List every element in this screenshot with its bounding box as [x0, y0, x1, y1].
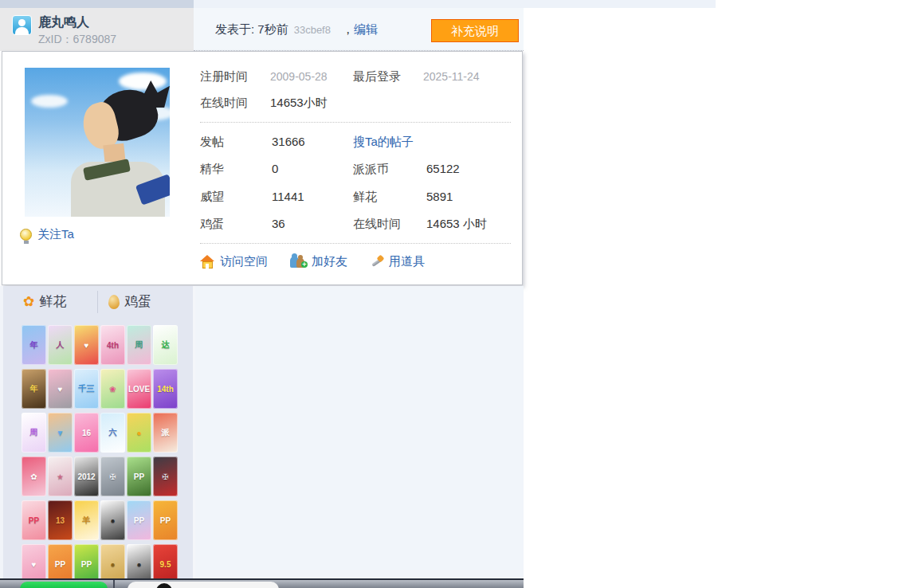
zxid-label: ZxID：6789087 [38, 33, 116, 47]
top-strip-right [194, 0, 716, 8]
badge-pp-4th-girl: 4th [100, 325, 125, 365]
essence-value: 0 [272, 162, 353, 175]
taskbar-green-window-tab[interactable] [20, 582, 108, 588]
reg-time-value: 2009-05-28 [270, 70, 353, 83]
supplement-note-button[interactable]: 补充说明 [431, 19, 519, 42]
username[interactable]: 鹿丸鸣人 [38, 14, 89, 31]
badge-cow-cat: ● [127, 544, 151, 578]
add-friend-icon: + [290, 255, 307, 269]
post-author-header: 鹿丸鸣人 ZxID：6789087 [0, 8, 194, 51]
top-strip-left [0, 0, 194, 8]
badge-anniversary-man: 年 [22, 369, 46, 409]
taskbar-divider [113, 580, 115, 588]
black-circle-icon [156, 583, 172, 588]
online-time-value: 14653小时 [270, 96, 328, 111]
egg-icon [108, 295, 120, 309]
tab-eggs-label: 鸡蛋 [124, 292, 151, 311]
badge-week-rabbit: 周 [22, 413, 46, 453]
stat-row-essence: 精华 0 派派币 65122 [200, 162, 460, 177]
badge-panda-bamboo: PP [127, 457, 151, 496]
posts-label: 发帖 [200, 135, 272, 150]
badge-sun-butterfly: ● [127, 413, 151, 453]
flowers-label: 鲜花 [353, 190, 426, 205]
prestige-value: 11441 [272, 190, 353, 203]
comma-separator: ， [342, 22, 354, 37]
add-friend-label: 加好友 [312, 254, 347, 269]
badge-shiba-pp: PP [48, 544, 73, 578]
follow-row: 关注Ta [20, 227, 74, 242]
badge-green-pp-banner: PP [74, 544, 99, 578]
online-time-row: 在线时间 14653小时 [200, 96, 328, 111]
tool-icon [370, 255, 384, 269]
badge-love-heart: LOVE [127, 369, 151, 409]
tab-divider [97, 291, 98, 313]
page: 鹿丸鸣人 ZxID：6789087 发表于: 7秒前 33cbef8 ， 编辑 … [0, 0, 918, 588]
flower-icon: ✿ [23, 295, 34, 308]
use-item-label: 用道具 [389, 254, 425, 269]
avatar-head-shape [18, 19, 26, 26]
badge-grey-shield: ✠ [100, 457, 125, 496]
badge-14th-purple: 14th [153, 369, 178, 409]
tab-flowers[interactable]: ✿ 鲜花 [23, 292, 66, 311]
post-hash: 33cbef8 [294, 24, 331, 36]
badge-grid: 年人♥4th周达年♥千三❀LOVE14th周▼16六●派✿★2012✠PP✠PP… [22, 325, 181, 578]
stat-row-eggs: 鸡蛋 36 在线时间 14653 小时 [200, 217, 487, 232]
prestige-label: 威望 [200, 190, 272, 205]
use-item-button[interactable]: 用道具 [370, 254, 425, 269]
cloud-shape [119, 73, 167, 90]
taskbar [0, 578, 524, 588]
lightbulb-icon [20, 229, 32, 241]
post-content-area [195, 286, 524, 578]
badge-dog-gift: ♥ [48, 369, 73, 409]
user-profile-card: 关注Ta 注册时间 2009-05-28 最后登录 2025-11-24 在线时… [2, 51, 523, 285]
user-avatar-image[interactable] [25, 68, 170, 217]
avatar-torso-shape [15, 27, 29, 35]
paipai-coin-value: 65122 [426, 162, 460, 175]
last-login-label: 最后登录 [353, 69, 423, 84]
badge-strawberry-pp: PP [22, 500, 46, 540]
badge-rose-ribbon: ✿ [22, 457, 46, 496]
badge-doll-triangle: ▼ [48, 413, 73, 453]
badge-2012-dragon: 2012 [74, 457, 99, 496]
posted-row: 发表于: 7秒前 33cbef8 ， 编辑 [215, 22, 378, 37]
badge-rabbit-da: 达 [153, 325, 178, 365]
essence-label: 精华 [200, 162, 272, 177]
cloud-shape [31, 95, 68, 108]
visit-space-button[interactable]: 访问空间 [200, 254, 268, 269]
profile-actions: 访问空间 + 加好友 用道具 [200, 254, 425, 269]
eggs-value: 36 [272, 217, 353, 230]
tab-eggs[interactable]: 鸡蛋 [108, 292, 151, 311]
badge-cake-slice-six: 六 [100, 413, 125, 453]
tab-flowers-label: 鲜花 [39, 292, 66, 311]
taskbar-light-window-tab[interactable] [128, 582, 279, 588]
last-login-value: 2025-11-24 [423, 70, 480, 83]
online-time-label: 在线时间 [200, 96, 270, 111]
badge-year-snowflake: 年 [22, 325, 46, 365]
add-friend-button[interactable]: + 加好友 [290, 254, 347, 269]
divider [200, 122, 511, 123]
search-ta-posts-link[interactable]: 搜Ta的帖子 [353, 135, 426, 150]
stat-row-posts: 发帖 31666 搜Ta的帖子 [200, 135, 426, 150]
edit-link[interactable]: 编辑 [354, 22, 378, 37]
profile-details: 注册时间 2009-05-28 最后登录 2025-11-24 在线时间 146… [200, 52, 516, 286]
reg-time-label: 注册时间 [200, 69, 270, 84]
visit-space-label: 访问空间 [220, 254, 268, 269]
eggs-label: 鸡蛋 [200, 217, 272, 232]
follow-ta-link[interactable]: 关注Ta [37, 227, 74, 242]
badge-opera-mask: ★ [48, 457, 73, 496]
badge-gold-sheep-cat: 羊 [74, 500, 99, 540]
registration-row: 注册时间 2009-05-28 最后登录 2025-11-24 [200, 69, 480, 84]
flowers-eggs-tab-bar: ✿ 鲜花 鸡蛋 [3, 286, 193, 321]
badge-pink-bunny-sign: ♥ [22, 544, 46, 578]
user-avatar-icon [12, 15, 32, 35]
badge-girl-flower: ❀ [100, 369, 125, 409]
author-sidebar: ✿ 鲜花 鸡蛋 年人♥4th周达年♥千三❀LOVE14th周▼16六●派✿★20… [0, 286, 195, 578]
online-time2-label: 在线时间 [353, 217, 426, 232]
divider [200, 243, 511, 244]
badge-dark-cross: ✠ [153, 457, 178, 496]
badge-gold-pp-medal: PP [153, 500, 178, 540]
badge-tuxedo-cat: ● [100, 500, 125, 540]
badge-paipai-dog: 派 [153, 413, 178, 453]
badge-paihu-16-diary: 16 [74, 413, 99, 453]
paipai-coin-label: 派派币 [353, 162, 426, 177]
